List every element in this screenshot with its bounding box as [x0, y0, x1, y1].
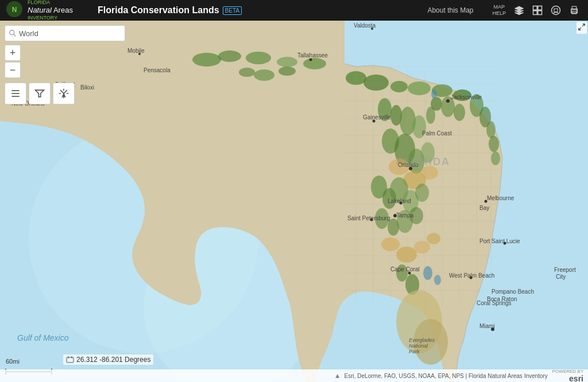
logo-icon: N [6, 1, 23, 18]
svg-point-23 [277, 57, 297, 67]
basemap-icon [532, 5, 543, 15]
svg-text:Bay: Bay [479, 205, 489, 211]
basemap-button[interactable] [529, 4, 546, 17]
esri-name: esri [569, 374, 583, 383]
svg-text:Pensacola: Pensacola [144, 67, 171, 73]
svg-text:N: N [12, 6, 17, 14]
header-nav: About this Map [423, 6, 478, 14]
extra-tools [5, 83, 125, 104]
svg-point-6 [552, 6, 560, 15]
print-icon [569, 5, 579, 15]
logo-text: FLORIDA Natural Areas INVENTORY [28, 0, 73, 21]
svg-text:Melbourne: Melbourne [487, 195, 514, 201]
svg-text:Saint Petersburg: Saint Petersburg [347, 215, 390, 221]
svg-point-58 [396, 247, 417, 263]
about-map-link[interactable]: About this Map [423, 6, 478, 14]
svg-point-33 [431, 97, 442, 111]
svg-text:Park: Park [409, 349, 420, 354]
attribution-expand-btn[interactable]: ▲ [334, 372, 341, 380]
list-icon [10, 88, 21, 99]
location-icon [66, 356, 74, 364]
svg-point-67 [431, 89, 437, 99]
navigate-icon [58, 88, 69, 99]
attribution-text: Esri, DeLorme, FAO, USGS, NOAA, EPA, NPS… [345, 373, 548, 379]
svg-text:Jacksonville: Jacksonville [451, 94, 482, 100]
beta-badge: BETA [223, 6, 242, 15]
coordinates-display: 26.312 -86.201 Degrees [63, 354, 153, 365]
svg-rect-3 [538, 6, 542, 10]
coordinate-value: 26.312 -86.201 Degrees [76, 356, 150, 364]
filter-button[interactable] [29, 83, 51, 104]
svg-text:Gainesville: Gainesville [363, 114, 391, 120]
svg-rect-4 [533, 11, 537, 15]
search-icon [9, 29, 17, 37]
svg-text:National: National [409, 343, 428, 349]
svg-point-16 [390, 81, 408, 92]
svg-point-40 [491, 151, 500, 165]
scale-label: 60mi [6, 358, 20, 365]
navigate-button[interactable] [53, 83, 75, 104]
logo-natural: Natural [28, 6, 52, 15]
svg-point-27 [239, 68, 255, 77]
map-container[interactable]: Jacksonville Gainesville Palm Coast Orla… [0, 21, 588, 382]
svg-text:Tampa: Tampa [396, 212, 413, 219]
svg-rect-2 [533, 6, 537, 10]
zoom-out-button[interactable]: − [5, 62, 21, 78]
svg-text:Miami: Miami [479, 323, 495, 329]
svg-text:Port Saint Lucie: Port Saint Lucie [479, 238, 520, 244]
svg-text:Valdosta: Valdosta [354, 22, 376, 29]
layers-icon [514, 5, 524, 15]
search-input[interactable] [19, 29, 121, 38]
svg-point-25 [278, 67, 296, 76]
svg-text:Lakeland: Lakeland [388, 198, 411, 204]
svg-point-79 [310, 59, 312, 61]
svg-point-17 [408, 81, 431, 95]
svg-point-10 [577, 10, 578, 11]
svg-text:Coral Springs: Coral Springs [477, 300, 512, 306]
map-help-button[interactable]: MAP HELP [489, 3, 509, 18]
svg-point-138 [10, 30, 14, 35]
svg-rect-5 [538, 11, 542, 15]
search-bar [5, 25, 125, 41]
map-label: MAP [493, 4, 505, 10]
header-tools: MAP HELP [483, 3, 588, 18]
bookmark-button[interactable] [548, 4, 564, 17]
filter-icon [34, 88, 45, 99]
svg-text:Mobile: Mobile [127, 48, 145, 54]
logo-florida: FLORIDA [28, 0, 73, 6]
svg-point-66 [434, 275, 441, 285]
zoom-in-button[interactable]: + [5, 45, 21, 61]
svg-point-20 [192, 53, 221, 67]
svg-text:West Palm Beach: West Palm Beach [449, 272, 494, 279]
app-title: Florida Conservation Lands [98, 5, 219, 15]
svg-text:City: City [556, 274, 566, 280]
svg-point-47 [421, 166, 438, 180]
svg-point-59 [414, 241, 430, 254]
esri-logo: POWERED BY esri [552, 369, 583, 383]
map-toolbar: + − [5, 25, 125, 104]
scale-bar: 60mi [6, 357, 20, 365]
svg-text:Palm Coast: Palm Coast [422, 130, 452, 137]
svg-point-22 [246, 52, 271, 64]
svg-point-15 [363, 75, 389, 91]
svg-point-21 [218, 50, 241, 62]
expand-map-button[interactable] [577, 22, 587, 34]
expand-icon [578, 23, 586, 31]
logo-area: N FLORIDA Natural Areas INVENTORY [0, 0, 92, 21]
logo-areas: Areas [53, 6, 73, 15]
svg-text:Freeport: Freeport [554, 267, 576, 273]
list-view-button[interactable] [5, 83, 26, 104]
logo-inventory: INVENTORY [28, 15, 73, 21]
svg-point-24 [303, 58, 326, 69]
svg-text:Gulf of Mexico: Gulf of Mexico [17, 333, 69, 342]
layers-button[interactable] [511, 4, 527, 17]
header-title-area: Florida Conservation Lands BETA [92, 5, 423, 15]
print-button[interactable] [566, 4, 582, 17]
svg-point-39 [489, 136, 499, 152]
attribution-bar: ▲ Esri, DeLorme, FAO, USGS, NOAA, EPA, N… [0, 369, 588, 382]
svg-text:Tallahassee: Tallahassee [297, 52, 328, 59]
app-header: N FLORIDA Natural Areas INVENTORY Florid… [0, 0, 588, 21]
map-controls: + − [5, 45, 125, 78]
powered-by-label: POWERED BY [552, 369, 583, 374]
svg-text:Cape Coral: Cape Coral [390, 266, 420, 272]
